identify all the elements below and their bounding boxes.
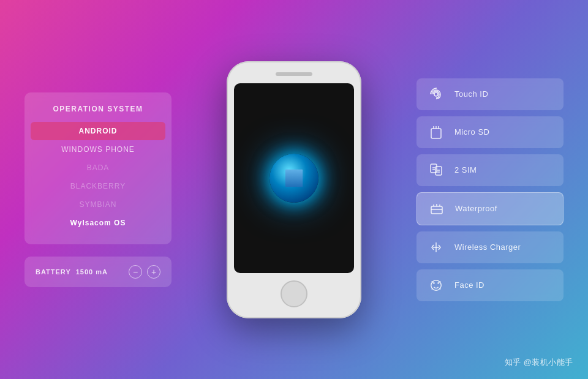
os-item-blackberry[interactable]: BLACKBERRY bbox=[31, 177, 165, 195]
fingerprint-icon bbox=[428, 86, 445, 103]
battery-label: BATTERY 1500 mA bbox=[36, 268, 108, 276]
left-panel: OPERATION SYSTEM ANDROID WINDOWS PHONE B… bbox=[24, 92, 172, 287]
os-panel: OPERATION SYSTEM ANDROID WINDOWS PHONE B… bbox=[24, 92, 172, 244]
feature-2-sim[interactable]: 2 SIM bbox=[417, 154, 564, 186]
battery-plus-button[interactable]: + bbox=[147, 265, 160, 279]
feature-2-sim-label: 2 SIM bbox=[454, 165, 477, 174]
feature-touch-id-label: Touch ID bbox=[454, 89, 488, 99]
phone-screen bbox=[234, 83, 354, 273]
sim-icon bbox=[428, 162, 445, 179]
os-item-wylsacom[interactable]: Wylsacom OS bbox=[31, 214, 165, 232]
watermark: 知乎 @装机小能手 bbox=[505, 357, 573, 368]
wireless-charge-icon bbox=[428, 239, 445, 256]
feature-touch-id[interactable]: Touch ID bbox=[417, 78, 564, 110]
phone-container bbox=[172, 61, 417, 318]
feature-micro-sd[interactable]: Micro SD bbox=[417, 116, 564, 148]
feature-face-id-label: Face ID bbox=[454, 280, 484, 290]
svg-point-0 bbox=[434, 92, 438, 96]
feature-wireless-charger-label: Wireless Charger bbox=[454, 242, 521, 252]
os-item-windows[interactable]: WINDOWS PHONE bbox=[31, 140, 165, 159]
phone-device bbox=[227, 61, 361, 318]
sd-card-icon bbox=[428, 124, 445, 141]
feature-waterproof-label: Waterproof bbox=[455, 204, 497, 213]
phone-diamond-icon bbox=[277, 160, 312, 195]
right-panel: Touch ID Micro SD 2 SIM bbox=[417, 78, 564, 301]
face-icon bbox=[428, 277, 445, 294]
svg-rect-1 bbox=[431, 129, 441, 138]
water-icon bbox=[428, 200, 445, 217]
battery-minus-button[interactable]: − bbox=[129, 265, 142, 279]
phone-orb bbox=[270, 154, 318, 203]
phone-home-button[interactable] bbox=[281, 280, 307, 307]
battery-panel: BATTERY 1500 mA − + bbox=[24, 257, 172, 287]
feature-micro-sd-label: Micro SD bbox=[454, 127, 489, 137]
feature-face-id[interactable]: Face ID bbox=[417, 269, 564, 301]
feature-wireless-charger[interactable]: Wireless Charger bbox=[417, 231, 564, 263]
os-item-symbian[interactable]: SYMBIAN bbox=[31, 195, 165, 214]
feature-waterproof[interactable]: Waterproof bbox=[417, 192, 564, 225]
svg-rect-4 bbox=[431, 206, 442, 214]
os-panel-title: OPERATION SYSTEM bbox=[31, 105, 165, 113]
os-item-bada[interactable]: BADA bbox=[31, 159, 165, 177]
os-item-android[interactable]: ANDROID bbox=[31, 122, 165, 140]
battery-controls: − + bbox=[129, 265, 160, 279]
phone-speaker bbox=[276, 72, 312, 76]
svg-point-7 bbox=[433, 282, 435, 283]
svg-point-8 bbox=[437, 282, 439, 283]
